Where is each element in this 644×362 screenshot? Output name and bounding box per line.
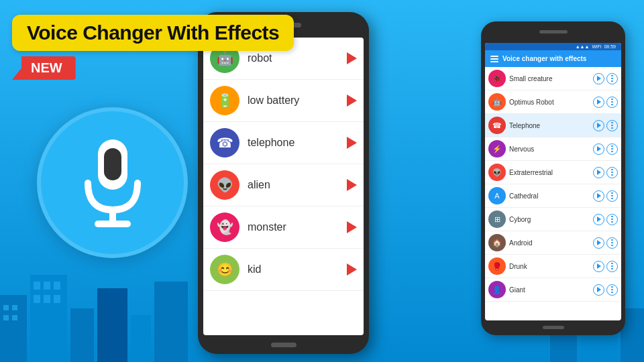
svg-rect-2 — [12, 305, 17, 310]
title-box: Voice Changer With Effects — [12, 15, 294, 51]
phone2-effect-name: Cyborg — [509, 216, 593, 223]
phone2-effect-name: Android — [509, 239, 593, 247]
phone2-effect-item[interactable]: ⊞Cyborg — [485, 208, 621, 231]
play-button[interactable] — [347, 221, 357, 233]
phone2-play-button[interactable] — [593, 73, 604, 84]
phone2-effect-icon: ⊞ — [488, 210, 506, 228]
phone2-play-button[interactable] — [593, 143, 604, 155]
phone2-actions — [593, 214, 618, 225]
effect-item[interactable]: 👻monster — [203, 206, 364, 249]
phone2-effect-icon: 🏠 — [488, 234, 506, 251]
phone2-effect-icon: 👤 — [488, 281, 506, 298]
phone2-effect-icon: A — [488, 187, 506, 204]
app-title: Voice Changer With Effects — [27, 21, 279, 44]
phone-2-header-title: Voice changer with effects — [502, 55, 586, 62]
effect-name: monster — [248, 221, 347, 233]
phone2-more-button[interactable] — [606, 237, 618, 249]
phone2-play-button[interactable] — [593, 190, 604, 202]
battery-icon: 08:59 — [604, 44, 616, 49]
phone2-play-button[interactable] — [593, 167, 604, 178]
microphone-icon — [76, 136, 150, 230]
phone2-play-button[interactable] — [593, 261, 604, 272]
effect-icon: 👽 — [210, 170, 239, 200]
new-badge: NEW — [12, 56, 76, 80]
phone2-play-button[interactable] — [593, 97, 604, 108]
phone2-effect-name: Telephone — [509, 122, 593, 129]
effect-name: kid — [248, 263, 347, 276]
phone-2: ▲▲▲ WiFi 08:59 Voice changer with effect… — [481, 21, 625, 335]
phone2-effect-name: Extraterrestrial — [509, 169, 593, 176]
phone2-effect-name: Nervous — [509, 145, 593, 153]
phone2-effect-icon: 🥊 — [488, 257, 506, 275]
phone2-actions — [593, 237, 618, 249]
signal-icon: ▲▲▲ — [576, 44, 590, 49]
play-button[interactable] — [347, 263, 357, 276]
phone2-effect-icon: 🤖 — [488, 93, 506, 111]
wifi-icon: WiFi — [592, 44, 601, 49]
phone2-effect-item[interactable]: 🏠Android — [485, 231, 621, 255]
phone2-effect-item[interactable]: ACathedral — [485, 184, 621, 208]
effect-item[interactable]: 🔋low battery — [203, 80, 364, 122]
play-button[interactable] — [347, 95, 357, 107]
svg-rect-3 — [3, 315, 9, 320]
menu-icon[interactable] — [490, 56, 498, 62]
phone-1-home — [271, 343, 297, 347]
phone-2-speaker — [539, 30, 568, 34]
phone2-more-button[interactable] — [606, 97, 618, 108]
phone2-effect-item[interactable]: ⚡Nervous — [485, 137, 621, 161]
phone2-effect-name: Optimus Robot — [509, 99, 593, 106]
play-button[interactable] — [347, 179, 357, 191]
phone2-play-button[interactable] — [593, 237, 604, 249]
effect-name: telephone — [248, 137, 347, 149]
svg-rect-12 — [70, 308, 94, 362]
play-button[interactable] — [347, 52, 357, 64]
phone2-actions — [593, 284, 618, 296]
phone2-play-button[interactable] — [593, 120, 604, 131]
play-button[interactable] — [347, 137, 357, 149]
effect-icon: 🔋 — [210, 86, 239, 115]
phone-2-screen: ▲▲▲ WiFi 08:59 Voice changer with effect… — [485, 43, 621, 320]
svg-rect-1 — [3, 305, 9, 310]
phone2-actions — [593, 167, 618, 178]
phone2-effect-item[interactable]: 👽Extraterrestrial — [485, 161, 621, 184]
phone2-more-button[interactable] — [606, 261, 618, 272]
svg-rect-8 — [54, 282, 60, 290]
header-area: Voice Changer With Effects NEW — [12, 15, 294, 80]
phone2-more-button[interactable] — [606, 120, 618, 131]
phone2-more-button[interactable] — [606, 73, 618, 84]
phone2-effect-item[interactable]: 👤Giant — [485, 278, 621, 302]
phone2-effect-item[interactable]: 🐞Small creature — [485, 67, 621, 90]
phone2-effect-item[interactable]: 🤖Optimus Robot — [485, 90, 621, 114]
effect-item[interactable]: 😊kid — [203, 249, 364, 291]
phone2-more-button[interactable] — [606, 167, 618, 178]
phone2-effect-name: Small creature — [509, 75, 593, 82]
phone2-effect-item[interactable]: ☎Telephone — [485, 114, 621, 137]
phone2-more-button[interactable] — [606, 214, 618, 225]
phone2-more-button[interactable] — [606, 284, 618, 296]
effect-item[interactable]: ☎telephone — [203, 122, 364, 164]
svg-rect-9 — [34, 295, 40, 303]
mic-circle — [37, 107, 188, 258]
svg-rect-6 — [34, 282, 40, 290]
phone-2-header: Voice changer with effects — [485, 50, 621, 67]
svg-rect-25 — [95, 221, 131, 227]
svg-rect-24 — [109, 210, 116, 221]
svg-rect-13 — [97, 288, 127, 362]
phone2-actions — [593, 143, 618, 155]
phone2-actions — [593, 261, 618, 272]
phone2-more-button[interactable] — [606, 143, 618, 155]
phone2-more-button[interactable] — [606, 190, 618, 202]
effect-icon: 👻 — [210, 213, 239, 242]
effect-item[interactable]: 👽alien — [203, 164, 364, 206]
effect-name: low battery — [248, 95, 347, 107]
effect-icon: 😊 — [210, 255, 239, 284]
svg-rect-10 — [44, 295, 50, 303]
phone2-effect-icon: 🐞 — [488, 70, 506, 87]
phone2-effect-item[interactable]: 🥊Drunk — [485, 255, 621, 278]
phone2-effect-name: Drunk — [509, 263, 593, 270]
phone2-play-button[interactable] — [593, 284, 604, 296]
svg-rect-15 — [154, 282, 188, 362]
svg-rect-14 — [131, 315, 151, 362]
svg-rect-23 — [104, 148, 121, 180]
phone2-play-button[interactable] — [593, 214, 604, 225]
